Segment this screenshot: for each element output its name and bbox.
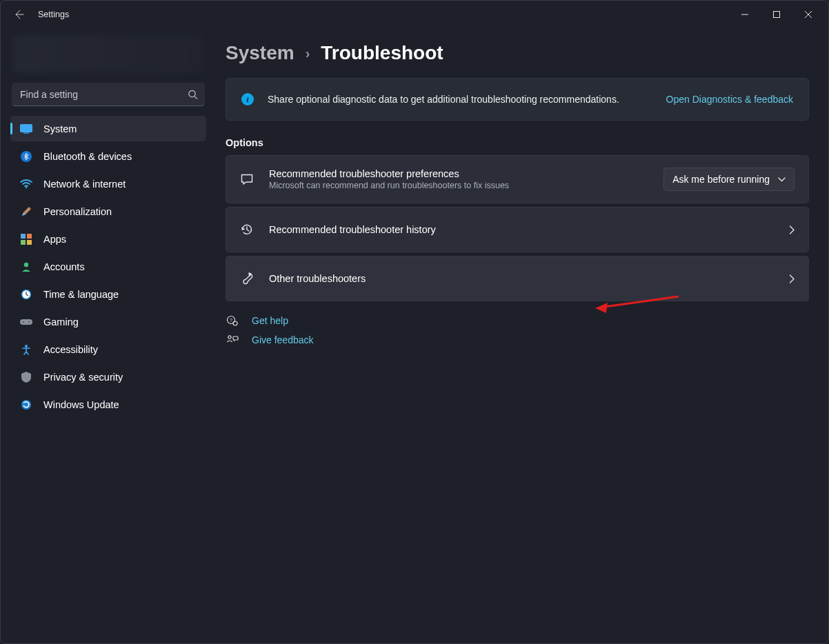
svg-point-15 bbox=[28, 321, 30, 323]
give-feedback-link[interactable]: Give feedback bbox=[252, 334, 314, 345]
card-troubleshooter-history[interactable]: Recommended troubleshooter history bbox=[226, 207, 809, 252]
update-icon bbox=[20, 399, 32, 411]
back-button[interactable] bbox=[5, 1, 32, 28]
sidebar-item-label: Personalization bbox=[43, 206, 112, 217]
svg-point-19 bbox=[233, 321, 237, 325]
search-box[interactable] bbox=[12, 83, 205, 106]
gamepad-icon bbox=[20, 316, 32, 328]
card-title: Other troubleshooters bbox=[269, 273, 774, 284]
info-icon: i bbox=[241, 93, 254, 105]
sidebar-item-update[interactable]: Windows Update bbox=[10, 392, 206, 417]
arrow-left-icon bbox=[13, 9, 24, 20]
card-title: Recommended troubleshooter history bbox=[269, 224, 774, 235]
sidebar-item-label: Accounts bbox=[43, 261, 85, 272]
svg-rect-7 bbox=[27, 234, 32, 239]
help-icon: ? bbox=[226, 315, 239, 326]
chat-icon bbox=[240, 172, 254, 186]
svg-point-21 bbox=[228, 336, 231, 339]
give-feedback-row: Give feedback bbox=[226, 334, 809, 345]
sidebar-item-label: Network & internet bbox=[43, 179, 126, 190]
close-button[interactable] bbox=[792, 3, 824, 26]
sidebar-item-label: Time & language bbox=[43, 289, 119, 300]
close-icon bbox=[805, 11, 812, 18]
feedback-icon bbox=[226, 334, 239, 345]
info-banner: i Share optional diagnostic data to get … bbox=[226, 78, 809, 121]
card-other-troubleshooters[interactable]: Other troubleshooters bbox=[226, 256, 809, 301]
nav-list: System Bluetooth & devices Network & int… bbox=[10, 116, 206, 417]
bluetooth-icon bbox=[20, 150, 32, 163]
profile-area[interactable] bbox=[13, 35, 203, 73]
sidebar-item-bluetooth[interactable]: Bluetooth & devices bbox=[10, 143, 206, 169]
titlebar: Settings bbox=[1, 1, 828, 28]
svg-rect-3 bbox=[23, 132, 29, 133]
svg-point-10 bbox=[24, 262, 28, 266]
maximize-icon bbox=[773, 11, 780, 18]
app-title: Settings bbox=[38, 10, 69, 19]
sidebar-item-label: Bluetooth & devices bbox=[43, 151, 132, 162]
svg-rect-6 bbox=[21, 234, 26, 239]
get-help-link[interactable]: Get help bbox=[252, 315, 288, 326]
sidebar-item-apps[interactable]: Apps bbox=[10, 226, 206, 252]
chevron-right-icon bbox=[789, 225, 795, 234]
sidebar-item-label: Gaming bbox=[43, 316, 79, 328]
sidebar-item-system[interactable]: System bbox=[10, 116, 206, 141]
card-title: Recommended troubleshooter preferences bbox=[269, 168, 648, 179]
wifi-icon bbox=[20, 178, 32, 190]
apps-icon bbox=[20, 233, 32, 245]
svg-point-14 bbox=[23, 321, 24, 323]
chevron-right-icon bbox=[789, 274, 795, 283]
clock-icon bbox=[20, 288, 32, 301]
sidebar-item-accessibility[interactable]: Accessibility bbox=[10, 336, 206, 362]
sidebar-item-gaming[interactable]: Gaming bbox=[10, 309, 206, 334]
main-panel: System › Troubleshoot i Share optional d… bbox=[214, 28, 828, 643]
breadcrumb-parent[interactable]: System bbox=[226, 42, 294, 64]
maximize-button[interactable] bbox=[761, 3, 792, 26]
search-icon bbox=[188, 90, 198, 100]
prefs-dropdown[interactable]: Ask me before running bbox=[663, 168, 795, 191]
card-troubleshooter-prefs[interactable]: Recommended troubleshooter preferences M… bbox=[226, 155, 809, 203]
breadcrumb: System › Troubleshoot bbox=[226, 42, 809, 64]
banner-text: Share optional diagnostic data to get ad… bbox=[268, 94, 652, 105]
sidebar-item-personalization[interactable]: Personalization bbox=[10, 199, 206, 224]
svg-point-5 bbox=[26, 186, 27, 188]
svg-rect-8 bbox=[21, 240, 26, 245]
svg-rect-0 bbox=[774, 12, 780, 18]
chevron-down-icon bbox=[778, 177, 786, 182]
minimize-icon bbox=[741, 11, 748, 18]
svg-rect-22 bbox=[233, 336, 238, 340]
minimize-button[interactable] bbox=[729, 3, 761, 26]
sidebar-item-label: System bbox=[43, 123, 77, 134]
shield-icon bbox=[20, 371, 32, 383]
accessibility-icon bbox=[20, 343, 32, 356]
person-icon bbox=[20, 261, 32, 273]
dropdown-value: Ask me before running bbox=[672, 174, 770, 185]
svg-rect-9 bbox=[27, 240, 32, 245]
section-title: Options bbox=[226, 137, 809, 148]
sidebar-item-time[interactable]: Time & language bbox=[10, 281, 206, 307]
page-title: Troubleshoot bbox=[321, 42, 443, 64]
sidebar-item-label: Windows Update bbox=[43, 399, 119, 410]
sidebar-item-network[interactable]: Network & internet bbox=[10, 171, 206, 197]
sidebar-item-label: Apps bbox=[43, 234, 66, 245]
history-icon bbox=[240, 223, 254, 237]
svg-point-16 bbox=[25, 345, 28, 348]
sidebar-item-privacy[interactable]: Privacy & security bbox=[10, 364, 206, 390]
paintbrush-icon bbox=[20, 205, 32, 218]
svg-rect-13 bbox=[20, 319, 32, 325]
get-help-row: ? Get help bbox=[226, 315, 809, 326]
wrench-icon bbox=[240, 272, 254, 285]
svg-point-1 bbox=[189, 90, 195, 97]
sidebar-item-accounts[interactable]: Accounts bbox=[10, 254, 206, 279]
sidebar-item-label: Privacy & security bbox=[43, 372, 123, 383]
display-icon bbox=[20, 123, 32, 135]
card-subtitle: Microsoft can recommend and run troubles… bbox=[269, 181, 648, 190]
chevron-right-icon: › bbox=[306, 46, 310, 61]
open-diagnostics-link[interactable]: Open Diagnostics & feedback bbox=[666, 94, 793, 105]
sidebar-item-label: Accessibility bbox=[43, 344, 98, 355]
svg-text:?: ? bbox=[230, 318, 232, 323]
search-input[interactable] bbox=[12, 83, 205, 106]
sidebar: System Bluetooth & devices Network & int… bbox=[1, 28, 214, 643]
svg-rect-2 bbox=[21, 124, 32, 132]
